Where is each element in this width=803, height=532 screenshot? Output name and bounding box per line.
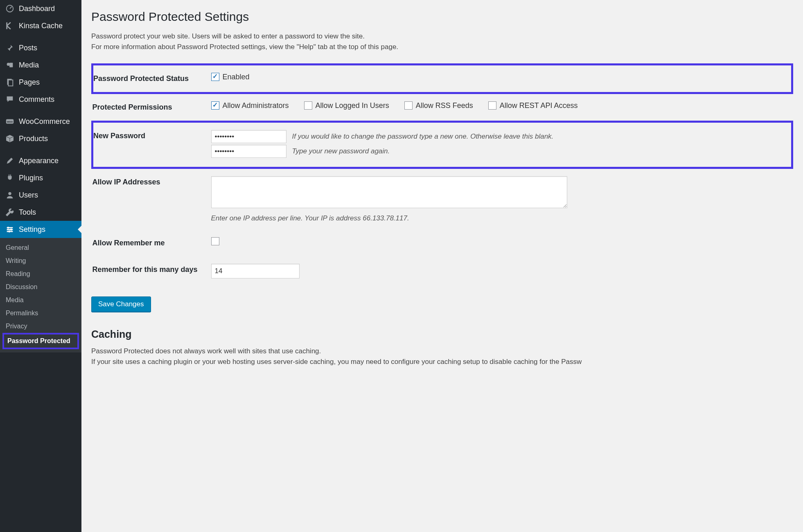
submenu-privacy[interactable]: Privacy [0, 320, 81, 333]
perm-rss-wrapper[interactable]: Allow RSS Feeds [404, 101, 473, 110]
tools-icon [5, 207, 15, 217]
perm-rest-wrapper[interactable]: Allow REST API Access [488, 101, 578, 110]
input-new-password-confirm[interactable] [211, 145, 286, 158]
submenu-media[interactable]: Media [0, 294, 81, 307]
woo-icon: woo [5, 117, 15, 126]
sidebar-item-comments[interactable]: Comments [0, 91, 81, 108]
input-remember-days[interactable] [211, 264, 300, 278]
main-content: Password Protected Settings Password pro… [81, 0, 803, 532]
plugins-icon [5, 173, 15, 183]
status-enabled-wrapper[interactable]: Enabled [211, 73, 250, 81]
hint-pwd2: Type your new password again. [292, 147, 390, 155]
comments-icon [5, 94, 15, 104]
save-button[interactable]: Save Changes [91, 296, 151, 312]
textarea-allow-ip[interactable] [211, 176, 567, 208]
sidebar-item-label: Tools [19, 208, 36, 217]
submenu-password-protected[interactable]: Password Protected [2, 333, 79, 349]
status-enabled-text: Enabled [223, 73, 250, 81]
sidebar-item-label: Plugins [19, 174, 43, 182]
checkbox-allow-admin[interactable] [211, 101, 219, 110]
sidebar-item-settings[interactable]: Settings [0, 221, 81, 238]
checkbox-allow-rss[interactable] [404, 101, 413, 110]
label-days: Remember for this many days [92, 256, 207, 286]
sidebar-item-label: Appearance [19, 157, 59, 165]
perm-rss-text: Allow RSS Feeds [416, 101, 473, 110]
label-status: Password Protected Status [92, 64, 207, 93]
sidebar-item-label: Dashboard [19, 4, 55, 13]
appearance-icon [5, 156, 15, 166]
svg-rect-4 [8, 80, 13, 86]
media-icon [5, 60, 15, 70]
submenu-permalinks[interactable]: Permalinks [0, 307, 81, 320]
caching-p1: Password Protected does not always work … [91, 346, 793, 357]
sidebar-item-kinsta[interactable]: Kinsta Cache [0, 17, 81, 34]
checkbox-allow-logged[interactable] [304, 101, 312, 110]
sidebar-item-label: Products [19, 135, 48, 143]
checkbox-status-enabled[interactable] [211, 73, 219, 81]
submenu-discussion[interactable]: Discussion [0, 281, 81, 294]
svg-rect-14 [9, 231, 10, 233]
svg-text:woo: woo [7, 120, 13, 123]
sidebar-item-label: WooCommerce [19, 117, 70, 126]
hint-pwd1: If you would like to change the password… [292, 132, 554, 141]
caching-p2: If your site uses a caching plugin or yo… [91, 357, 793, 367]
perm-logged-text: Allow Logged In Users [316, 101, 389, 110]
sidebar-item-dashboard[interactable]: Dashboard [0, 0, 81, 17]
sidebar-item-plugins[interactable]: Plugins [0, 169, 81, 186]
row-status-highlight: Password Protected Status Enabled [92, 64, 792, 93]
sidebar-item-users[interactable]: Users [0, 186, 81, 204]
sidebar-item-woocommerce[interactable]: woo WooCommerce [0, 113, 81, 130]
sidebar-item-posts[interactable]: Posts [0, 39, 81, 56]
pin-icon [5, 43, 15, 53]
sidebar-item-pages[interactable]: Pages [0, 74, 81, 91]
label-remember: Allow Remember me [92, 230, 207, 256]
products-icon [5, 134, 15, 144]
sidebar-item-label: Users [19, 191, 38, 200]
sidebar-item-label: Pages [19, 78, 40, 87]
admin-sidebar: Dashboard Kinsta Cache Posts Media Pages… [0, 0, 81, 532]
page-desc-2: For more information about Password Prot… [91, 42, 793, 52]
caching-heading: Caching [91, 328, 793, 340]
svg-rect-12 [8, 227, 9, 229]
kinsta-icon [5, 21, 15, 31]
label-newpwd: New Password [92, 121, 207, 168]
submenu-general[interactable]: General [0, 241, 81, 254]
perm-logged-wrapper[interactable]: Allow Logged In Users [304, 101, 389, 110]
settings-icon [5, 224, 15, 234]
perm-admin-wrapper[interactable]: Allow Administrators [211, 101, 289, 110]
sidebar-item-label: Kinsta Cache [19, 22, 63, 30]
users-icon [5, 190, 15, 200]
settings-submenu: General Writing Reading Discussion Media… [0, 238, 81, 352]
row-newpwd-highlight: New Password If you would like to change… [92, 121, 792, 168]
sidebar-item-label: Settings [19, 225, 45, 234]
page-title: Password Protected Settings [91, 10, 793, 24]
submenu-writing[interactable]: Writing [0, 254, 81, 267]
svg-rect-2 [9, 63, 13, 67]
sidebar-item-products[interactable]: Products [0, 130, 81, 147]
submenu-reading[interactable]: Reading [0, 267, 81, 281]
hint-ip: Enter one IP address per line. Your IP i… [211, 214, 788, 222]
svg-rect-13 [11, 229, 12, 231]
svg-rect-10 [7, 229, 13, 230]
perm-admin-text: Allow Administrators [223, 101, 289, 110]
input-new-password[interactable] [211, 130, 286, 143]
sidebar-item-label: Comments [19, 95, 54, 104]
svg-point-8 [8, 192, 11, 195]
sidebar-item-label: Media [19, 61, 39, 70]
pages-icon [5, 77, 15, 87]
svg-point-1 [7, 63, 10, 66]
sidebar-item-media[interactable]: Media [0, 56, 81, 74]
sidebar-item-tools[interactable]: Tools [0, 204, 81, 221]
label-permissions: Protected Permissions [92, 93, 207, 121]
sidebar-item-label: Posts [19, 44, 37, 52]
checkbox-remember[interactable] [211, 237, 219, 245]
perm-rest-text: Allow REST API Access [500, 101, 578, 110]
dashboard-icon [5, 4, 15, 13]
page-desc-1: Password protect your web site. Users wi… [91, 31, 793, 42]
sidebar-item-appearance[interactable]: Appearance [0, 152, 81, 169]
label-ip: Allow IP Addresses [92, 168, 207, 230]
checkbox-allow-rest[interactable] [488, 101, 496, 110]
